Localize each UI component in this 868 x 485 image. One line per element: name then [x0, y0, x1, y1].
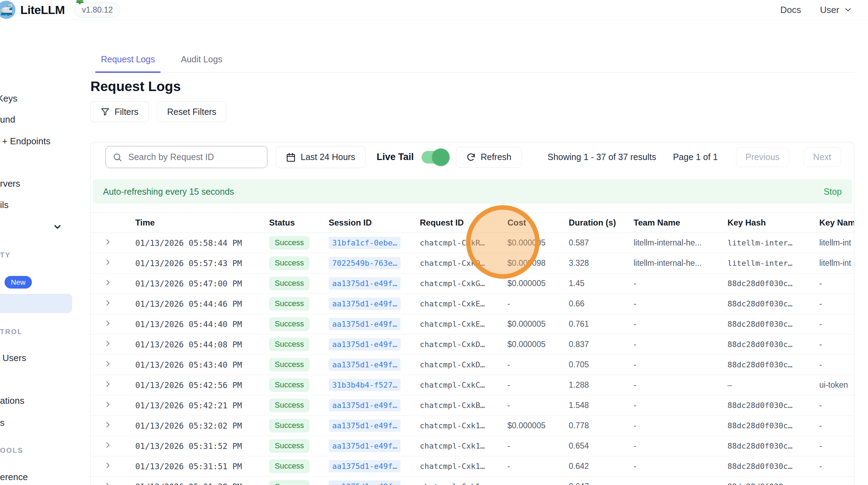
session-id-link[interactable]: 7022549b-763e…: [329, 257, 401, 269]
status-badge: Success: [269, 277, 309, 290]
sidebar-item-logs-selected[interactable]: [0, 294, 72, 313]
stop-auto-refresh-link[interactable]: Stop: [824, 187, 842, 197]
expand-row-icon[interactable]: [104, 441, 112, 449]
docs-link[interactable]: Docs: [780, 5, 801, 15]
toggle-knob: [432, 148, 450, 166]
sidebar-item-teams[interactable]: s: [0, 417, 5, 428]
sidebar-item-models-endpoints[interactable]: + Endpoints: [2, 136, 50, 147]
litellm-logo-icon: 🚅: [0, 1, 15, 19]
session-id-link[interactable]: aa1375d1-e49f…: [329, 399, 401, 411]
duration-cell: 0.778: [563, 416, 628, 436]
refresh-button[interactable]: Refresh: [456, 147, 522, 168]
expand-row-icon[interactable]: [104, 360, 112, 368]
duration-cell: 0.761: [563, 314, 628, 334]
cost-cell: $0.000098: [501, 253, 563, 273]
status-badge: Success: [269, 399, 309, 412]
expand-row-icon[interactable]: [104, 482, 112, 485]
next-page-button[interactable]: Next: [804, 147, 841, 167]
status-badge: Success: [269, 236, 309, 249]
key-name-cell: -: [813, 416, 854, 436]
holiday-tree-icon: 🎄: [75, 0, 85, 5]
duration-cell: 0.642: [563, 456, 628, 477]
team-name-cell: litellm-internal-he...: [628, 253, 722, 273]
key-hash-cell: 88dc28d0f030c…: [722, 294, 813, 314]
session-id-link[interactable]: 31bfa1cf-0ebe…: [329, 237, 401, 249]
col-time: Time: [129, 213, 263, 233]
main-content: Request Logs Audit Logs Request Logs Fil…: [90, 20, 854, 485]
key-name-cell: ui-token: [813, 375, 854, 395]
reset-filters-button[interactable]: Reset Filters: [157, 101, 226, 122]
tab-audit-logs[interactable]: Audit Logs: [175, 49, 228, 72]
tab-bar: Request Logs Audit Logs: [90, 49, 854, 72]
time-cell: 01/13/2026 05:44:46 PM: [129, 294, 263, 314]
session-id-link[interactable]: aa1375d1-e49f…: [329, 318, 401, 330]
team-name-cell: -: [628, 334, 722, 355]
table-row: 01/13/2026 05:42:21 PM Success aa1375d1-…: [91, 395, 854, 416]
user-menu[interactable]: User: [820, 5, 853, 15]
tab-request-logs[interactable]: Request Logs: [95, 49, 160, 73]
sidebar-item-playground[interactable]: und: [0, 114, 15, 125]
duration-cell: 0.66: [563, 294, 628, 314]
time-range-label: Last 24 Hours: [301, 152, 355, 162]
search-input[interactable]: [105, 146, 267, 168]
key-name-cell: litellm-int: [813, 233, 854, 253]
time-cell: 01/13/2026 05:43:40 PM: [129, 355, 263, 375]
table-row: 01/13/2026 05:57:43 PM Success 7022549b-…: [91, 253, 854, 273]
sidebar-item-virtual-keys[interactable]: Keys: [0, 93, 18, 104]
expand-row-icon[interactable]: [104, 279, 112, 286]
filter-row: Filters Reset Filters: [90, 101, 854, 122]
key-hash-cell: 88dc28d0f030c…: [722, 355, 813, 375]
expand-row-icon[interactable]: [104, 421, 112, 429]
key-hash-cell: 88dc28d0f030c…: [722, 273, 813, 294]
session-id-link[interactable]: aa1375d1-e49f…: [329, 298, 401, 310]
expand-row-icon[interactable]: [104, 340, 112, 347]
sidebar-item-organizations[interactable]: ations: [0, 395, 24, 406]
sidebar-item-api-reference[interactable]: erence: [0, 472, 28, 483]
expand-row-icon[interactable]: [104, 319, 112, 327]
session-id-link[interactable]: aa1375d1-e49f…: [329, 338, 401, 351]
sidebar-item-mcp-servers[interactable]: rvers: [0, 178, 20, 189]
status-badge: Success: [269, 378, 309, 392]
refresh-icon: [466, 152, 476, 162]
request-id-cell: chatcmpl-CxkQ…: [414, 253, 501, 273]
expand-row-icon[interactable]: [104, 238, 112, 246]
expand-row-icon[interactable]: [104, 299, 112, 307]
table-row: 01/13/2026 05:44:46 PM Success aa1375d1-…: [91, 294, 854, 314]
key-name-cell: -: [813, 294, 854, 314]
duration-cell: 0.837: [563, 334, 628, 355]
session-id-link[interactable]: aa1375d1-e49f…: [329, 420, 401, 432]
logs-table-body: 01/13/2026 05:58:44 PM Success 31bfa1cf-…: [91, 233, 854, 485]
session-id-link[interactable]: aa1375d1-e49f…: [329, 440, 401, 452]
user-menu-label: User: [820, 5, 839, 15]
expand-row-icon[interactable]: [104, 258, 112, 266]
key-name-cell: -: [813, 436, 854, 456]
filters-button[interactable]: Filters: [90, 101, 149, 122]
duration-cell: 0.587: [563, 233, 628, 253]
expand-row-icon[interactable]: [104, 401, 112, 408]
sidebar-item-internal-users[interactable]: Users: [2, 353, 26, 363]
reset-filters-label: Reset Filters: [167, 107, 216, 117]
live-tail-toggle[interactable]: [422, 151, 447, 164]
time-cell: 01/13/2026 05:58:44 PM: [129, 233, 263, 253]
session-id-link[interactable]: aa1375d1-e49f…: [329, 460, 401, 472]
col-cost: Cost: [501, 213, 563, 233]
time-cell: 01/13/2026 05:31:52 PM: [129, 436, 263, 456]
previous-page-button[interactable]: Previous: [736, 147, 789, 167]
time-range-button[interactable]: Last 24 Hours: [276, 146, 365, 168]
request-logs-table: Time Status Session ID Request ID Cost D…: [91, 212, 854, 485]
team-name-cell: -: [628, 436, 722, 456]
session-id-link[interactable]: aa1375d1-e49f…: [329, 480, 401, 485]
session-id-link[interactable]: 31b3b4b4-f527…: [329, 379, 401, 391]
session-id-link[interactable]: aa1375d1-e49f…: [329, 277, 401, 290]
top-navbar: 🚅 LiteLLM 🎄 v1.80.12 Docs User: [0, 0, 868, 20]
expand-row-icon[interactable]: [104, 462, 112, 469]
cost-cell: $0.000005: [501, 314, 563, 334]
col-team-name: Team Name: [628, 213, 722, 233]
session-id-link[interactable]: aa1375d1-e49f…: [329, 359, 401, 371]
sidebar-item-guardrails[interactable]: ils: [0, 200, 9, 210]
expand-row-icon[interactable]: [104, 380, 112, 388]
sidebar-collapse-chevron-icon[interactable]: [53, 222, 62, 233]
request-id-cell: chatcmpl-CxkG…: [414, 273, 501, 294]
team-name-cell: -: [628, 355, 722, 375]
cost-cell: $0.000005: [501, 334, 563, 355]
